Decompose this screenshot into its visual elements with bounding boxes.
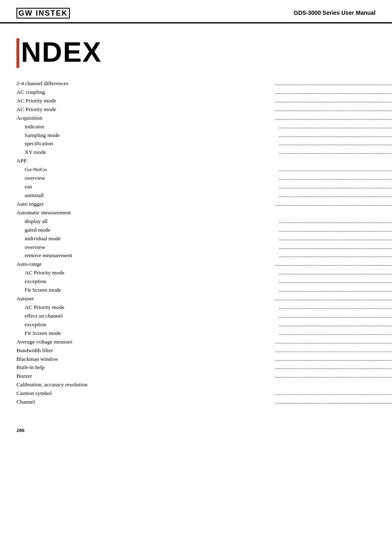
list-item: exception...............................… bbox=[16, 277, 392, 286]
list-item: Channel.................................… bbox=[16, 398, 392, 406]
list-item: gated mode..............................… bbox=[16, 226, 392, 235]
list-item: AC Priority mode........................… bbox=[16, 97, 392, 105]
list-item: specification...........................… bbox=[16, 139, 392, 148]
list-item: effect on channel.......................… bbox=[16, 312, 392, 320]
list-item: Average voltage measure.................… bbox=[16, 338, 392, 346]
list-item: Go-NoGo.................................… bbox=[16, 165, 392, 174]
list-item: Fit Screen mode.........................… bbox=[16, 329, 392, 338]
list-item: APP. bbox=[16, 157, 392, 165]
list-item: Built-in help...........................… bbox=[16, 363, 392, 372]
page-number: 206 bbox=[16, 427, 25, 433]
list-item: Bandwidth filter........................… bbox=[16, 346, 392, 355]
header: GW INSTEK GDS-3000 Series User Manual bbox=[0, 0, 392, 23]
list-item: AC Priority mode........................… bbox=[16, 105, 392, 114]
list-item: run.....................................… bbox=[16, 183, 392, 191]
list-item: Buzzer..................................… bbox=[16, 372, 392, 381]
list-item: AC Priority mode........................… bbox=[16, 269, 392, 277]
list-item: Automatic measurement bbox=[16, 209, 392, 217]
list-item: Blackman window.........................… bbox=[16, 355, 392, 364]
list-item: exception...............................… bbox=[16, 320, 392, 329]
list-item: Acquisition.............................… bbox=[16, 114, 392, 123]
list-item: Auto trigger............................… bbox=[16, 200, 392, 209]
list-item: Fit Screen mode.........................… bbox=[16, 286, 392, 295]
list-item: display all.............................… bbox=[16, 217, 392, 226]
left-column: 2-4 channel differences.................… bbox=[16, 79, 392, 406]
list-item: AC Priority mode........................… bbox=[16, 303, 392, 312]
list-item: Sampling mode...........................… bbox=[16, 131, 392, 140]
list-item: indicator...............................… bbox=[16, 123, 392, 131]
page-footer: 206 bbox=[0, 423, 392, 438]
list-item: Caution symbol..........................… bbox=[16, 389, 392, 398]
list-item: remove measurement......................… bbox=[16, 251, 392, 260]
list-item: AC coupling.............................… bbox=[16, 88, 392, 97]
list-item: Calibration, accuracy resolution189 bbox=[16, 381, 392, 389]
list-item: overview................................… bbox=[16, 243, 392, 252]
list-item: Auto-range..............................… bbox=[16, 260, 392, 269]
list-item: uninstall...............................… bbox=[16, 191, 392, 200]
list-item: overview................................… bbox=[16, 174, 392, 183]
index-heading: NDEX bbox=[21, 36, 102, 68]
index-bar bbox=[16, 38, 19, 68]
manual-title: GDS-3000 Series User Manual bbox=[294, 9, 376, 16]
list-item: 2-4 channel differences.................… bbox=[16, 79, 392, 88]
list-item: XY mode.................................… bbox=[16, 148, 392, 157]
logo: GW INSTEK bbox=[16, 7, 70, 18]
list-item: individual mode.........................… bbox=[16, 235, 392, 243]
list-item: Autoset.................................… bbox=[16, 295, 392, 303]
